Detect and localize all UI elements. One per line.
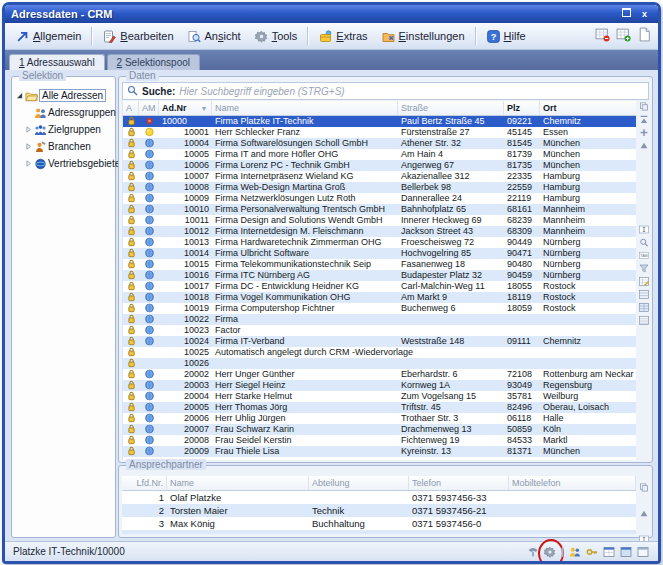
people-status-icon[interactable]	[568, 545, 582, 559]
collapsed-arrow-icon[interactable]	[23, 124, 33, 135]
table-row[interactable]: 20003Herr Siegel HeinzKornweg 1A93049Reg…	[123, 380, 636, 391]
table-row[interactable]: 10014Firma Ulbricht SoftwareHochvogelrin…	[123, 248, 636, 259]
am-cell	[139, 435, 159, 446]
table-row[interactable]: 20006Herr Uhlig JürgenTrothaer Str. 3061…	[123, 413, 636, 424]
rail-scroll-top-icon[interactable]	[638, 114, 649, 124]
table-row[interactable]: 10024Firma IT-VerbandWeststraße 14809111…	[123, 336, 636, 347]
table-row[interactable]: 10010Firma Personalverwaltung Trentsch G…	[123, 204, 636, 215]
table-row[interactable]: 20007Frau Schwarz KarinDrachmenweg 13508…	[123, 424, 636, 435]
column-header-straße[interactable]: Straße	[398, 101, 504, 115]
tree-item-adressgruppen[interactable]: Adressgruppen	[14, 104, 113, 121]
table-add-button[interactable]	[616, 27, 631, 46]
window-grid-status-icon[interactable]	[602, 545, 616, 559]
tree-item-branchen[interactable]: Branchen	[14, 138, 113, 155]
rail-copy-icon[interactable]	[638, 101, 649, 111]
menu-item-allgemein[interactable]: Allgemein	[9, 26, 88, 46]
extras-box-icon	[319, 29, 332, 43]
table-row[interactable]: 10005Firma IT and more Höfler OHGAm Hain…	[123, 149, 636, 160]
table-row[interactable]: 10025Automatisch angelegt durch CRM -Wie…	[123, 347, 636, 358]
rail-grid-b-icon[interactable]	[638, 302, 649, 312]
table-row[interactable]: 10008Firma Web-Design Martina GroßBeller…	[123, 182, 636, 193]
tab-adressauswahl[interactable]: 1 Adressauswahl	[9, 54, 105, 71]
table-row[interactable]: 20005Herr Thomas JörgTriftstr. 4582496Ob…	[123, 402, 636, 413]
table-row[interactable]: 10018Firma Vogel Kommunikation OHGAm Mar…	[123, 292, 636, 303]
menu-item-bearbeiten[interactable]: Bearbeiten	[96, 26, 180, 46]
table-row[interactable]: 10001Herr Schlecker FranzFürstenstraße 2…	[123, 127, 636, 138]
tree-item-label: Vertriebsgebiete	[48, 158, 120, 169]
table-row[interactable]: 20009Frau Thiele LisaKyreinstr. 1381371M…	[123, 446, 636, 457]
menu-item-extras[interactable]: Extras	[312, 26, 374, 46]
table-row[interactable]: 20004Herr Starke HelmutZum Vogelsang 153…	[123, 391, 636, 402]
rail-filter-icon[interactable]	[638, 263, 649, 273]
expanded-arrow-icon[interactable]	[14, 90, 24, 101]
table-row[interactable]: 10016Firma ITC Nürnberg AGBudapester Pla…	[123, 270, 636, 281]
column-header-ort[interactable]: Ort	[540, 101, 636, 115]
gear-status-icon[interactable]	[543, 545, 557, 559]
rail-scroll-up-icon[interactable]	[639, 504, 649, 522]
table-row[interactable]: 20008Frau Seidel KerstinFichtenweg 19845…	[123, 435, 636, 446]
contact-column-header-mobiltelefon[interactable]: Mobiltelefon	[509, 476, 636, 490]
contact-column-header-telefon[interactable]: Telefon	[409, 476, 509, 490]
table-row[interactable]: 10019Firma Computershop FichtnerBuchenwe…	[123, 303, 636, 314]
new-page-button[interactable]	[637, 27, 652, 46]
contact-row[interactable]: 3Max KönigBuchhaltung0371 5937456-0	[122, 517, 636, 530]
rail-copy-icon[interactable]	[639, 478, 649, 496]
contact-column-header-abteilung[interactable]: Abteilung	[309, 476, 409, 490]
contact-column-header-name[interactable]: Name	[167, 476, 309, 490]
window-plain-status-icon[interactable]	[636, 545, 650, 559]
collapsed-arrow-icon[interactable]	[23, 158, 33, 169]
am-cell	[139, 314, 159, 325]
tree-item-zielgruppen[interactable]: Zielgruppen	[14, 121, 113, 138]
handset-status-icon[interactable]	[526, 545, 540, 559]
tree-item-vertriebsgebiete[interactable]: Vertriebsgebiete	[14, 155, 113, 172]
table-row[interactable]: 10006Firma Lorenz PC - Technik GmbHAnger…	[123, 160, 636, 171]
column-header-am[interactable]: AM	[139, 101, 159, 115]
rail-edit-icon[interactable]	[638, 224, 649, 234]
rail-add-icon[interactable]	[638, 127, 649, 137]
column-header-a[interactable]: A	[123, 101, 139, 115]
table-row[interactable]: 10015Firma Telekommunikationstechnik Sei…	[123, 259, 636, 270]
table-row[interactable]: 10022Firma	[123, 314, 636, 325]
table-row[interactable]: 10007Firma Internetpräsenz Wieland KGAka…	[123, 171, 636, 182]
ort-cell: Nürnberg	[540, 259, 636, 270]
table-row[interactable]: 10009Firma Netzwerklösungen Lutz RothDan…	[123, 193, 636, 204]
name-cell: Firma IT and more Höfler OHG	[212, 149, 398, 160]
table-row[interactable]: 10013Firma Hardwaretechnik Zimmerman OHG…	[123, 237, 636, 248]
menu-item-tools[interactable]: Tools	[248, 26, 305, 46]
menu-item-einstellungen[interactable]: Einstellungen	[375, 26, 472, 46]
contact-column-header-lfdnr[interactable]: Lfd.Nr.	[122, 476, 167, 490]
rail-scroll-up-icon[interactable]	[638, 140, 649, 150]
selection-tree: Alle AdressenAdressgruppenZielgruppenBra…	[12, 77, 115, 172]
column-header-plz[interactable]: Plz	[504, 101, 540, 115]
window-blue-status-icon[interactable]	[619, 545, 633, 559]
table-row[interactable]: 10000Firma Platzke IT-TechnikPaul Bertz …	[123, 116, 636, 127]
table-row[interactable]: 10026	[123, 358, 636, 369]
contact-row[interactable]: 2Torsten MaierTechnik0371 5937456-21	[122, 504, 636, 517]
column-header-name[interactable]: Name	[212, 101, 398, 115]
column-header-adnr[interactable]: Ad.Nr▼	[159, 101, 212, 115]
table-row[interactable]: 10012Firma Internetdesign M. Fleischmann…	[123, 226, 636, 237]
contact-row[interactable]: 1Olaf Platzke0371 5937456-33	[122, 491, 636, 504]
rail-grid-a-icon[interactable]	[638, 289, 649, 299]
rail-grid-c-icon[interactable]	[638, 315, 649, 325]
name-cell: Firma Softwarelösungen Scholl GmbH	[212, 138, 398, 149]
table-row[interactable]: 20002Herr Unger GüntherEberhardstr. 6721…	[123, 369, 636, 380]
table-row[interactable]: 10011Firma Design and Solutions Wendt Gm…	[123, 215, 636, 226]
menu-item-ansicht[interactable]: Ansicht	[181, 26, 248, 46]
table-remove-button[interactable]	[595, 27, 610, 46]
tree-item-alle-adressen[interactable]: Alle Adressen	[14, 87, 113, 104]
menu-item-hilfe[interactable]: ?Hilfe	[480, 26, 533, 46]
table-row[interactable]: 10023Factor	[123, 325, 636, 336]
rail-tab-icon[interactable]: TAB	[638, 250, 649, 260]
restore-button[interactable]	[619, 8, 634, 21]
collapsed-arrow-icon[interactable]	[23, 141, 33, 152]
table-row[interactable]: 10017Firma DC - Entwicklung Heidner KGCa…	[123, 281, 636, 292]
rail-grid-edit-icon[interactable]	[638, 276, 649, 286]
close-button[interactable]: x	[637, 8, 652, 21]
tab-selektionspool[interactable]: 2 Selektionspool	[107, 54, 200, 71]
search-input[interactable]: Suche: Hier Suchbegriff eingeben (STRG+S…	[122, 82, 649, 100]
table-row[interactable]: 10004Firma Softwarelösungen Scholl GmbHA…	[123, 138, 636, 149]
key-status-icon[interactable]	[585, 545, 599, 559]
strasse-cell: Froescheisweg 72	[398, 237, 504, 248]
rail-zoom-icon[interactable]	[638, 237, 649, 247]
